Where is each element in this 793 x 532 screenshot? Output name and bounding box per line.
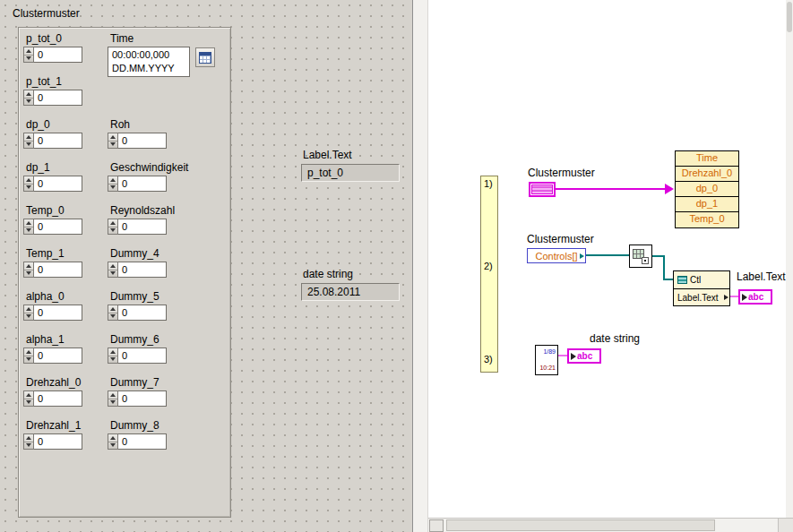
decrement-button[interactable] xyxy=(108,227,117,235)
decrement-button[interactable] xyxy=(108,442,117,450)
numeric-control[interactable]: 0 xyxy=(23,390,82,407)
decrement-button[interactable] xyxy=(24,442,33,450)
decrement-button[interactable] xyxy=(108,313,117,321)
increment-button[interactable] xyxy=(108,391,117,399)
spinner[interactable] xyxy=(23,176,34,192)
vertical-scrollbar-thumb[interactable] xyxy=(787,2,792,32)
increment-button[interactable] xyxy=(108,348,117,356)
numeric-value-field[interactable]: 0 xyxy=(34,176,82,192)
date-string-indicator-terminal[interactable]: abc xyxy=(567,348,601,364)
increment-button[interactable] xyxy=(24,90,33,98)
numeric-value-field[interactable]: 0 xyxy=(118,219,167,235)
numeric-value-field[interactable]: 0 xyxy=(118,176,167,192)
spinner[interactable] xyxy=(23,262,34,278)
property-node-property-row[interactable]: Label.Text xyxy=(674,288,729,305)
decrement-button[interactable] xyxy=(24,356,33,364)
numeric-control[interactable]: 0 xyxy=(108,305,167,321)
spinner[interactable] xyxy=(23,348,34,364)
numeric-value-field[interactable]: 0 xyxy=(34,133,82,149)
numeric-control[interactable]: 0 xyxy=(108,133,167,149)
numeric-value-field[interactable]: 0 xyxy=(118,348,167,364)
increment-button[interactable] xyxy=(24,133,33,141)
spinner[interactable] xyxy=(23,219,34,235)
decrement-button[interactable] xyxy=(24,313,33,321)
increment-button[interactable] xyxy=(24,305,33,313)
spinner[interactable] xyxy=(108,348,118,364)
spinner[interactable] xyxy=(23,133,34,149)
numeric-value-field[interactable]: 0 xyxy=(118,133,167,149)
unbundle-row[interactable]: Time xyxy=(676,151,738,167)
get-date-time-string-node[interactable]: 1/89 10:21 xyxy=(535,345,558,375)
reference-wire[interactable] xyxy=(663,279,673,280)
numeric-control[interactable]: 0 xyxy=(108,176,167,192)
string-wire[interactable] xyxy=(730,296,738,297)
numeric-control[interactable]: 0 xyxy=(23,219,82,235)
spinner[interactable] xyxy=(23,433,34,450)
spinner[interactable] xyxy=(108,176,118,192)
unbundle-by-name-node[interactable]: Time Drehzahl_0 dp_0 dp_1 Temp_0 xyxy=(675,150,739,228)
increment-button[interactable] xyxy=(108,133,117,141)
index-array-node[interactable] xyxy=(629,245,652,268)
numeric-value-field[interactable]: 0 xyxy=(34,262,82,278)
decrement-button[interactable] xyxy=(24,399,33,407)
numeric-value-field[interactable]: 0 xyxy=(34,390,82,407)
controls-property-node[interactable]: Controls[] xyxy=(527,248,586,263)
numeric-value-field[interactable]: 0 xyxy=(118,305,167,321)
numeric-value-field[interactable]: 0 xyxy=(34,433,82,450)
increment-button[interactable] xyxy=(24,391,33,399)
decrement-button[interactable] xyxy=(24,141,33,149)
front-panel-scrollbar[interactable] xyxy=(412,0,428,532)
calendar-button[interactable] xyxy=(195,47,215,67)
decrement-button[interactable] xyxy=(108,399,117,407)
decrement-button[interactable] xyxy=(24,55,33,63)
numeric-value-field[interactable]: 0 xyxy=(118,390,167,407)
label-text-indicator-terminal[interactable]: abc xyxy=(738,289,772,305)
increment-button[interactable] xyxy=(24,219,33,227)
decrement-button[interactable] xyxy=(24,270,33,278)
numeric-control[interactable]: 0 xyxy=(23,262,82,278)
string-wire[interactable] xyxy=(558,355,567,356)
numeric-control[interactable]: 0 xyxy=(23,133,82,149)
increment-button[interactable] xyxy=(108,305,117,313)
unbundle-row[interactable]: dp_0 xyxy=(676,182,738,197)
spinner[interactable] xyxy=(23,47,34,63)
numeric-control[interactable]: 0 xyxy=(108,433,167,450)
numeric-control[interactable]: 0 xyxy=(23,47,82,63)
decrement-button[interactable] xyxy=(108,270,117,278)
numeric-value-field[interactable]: 0 xyxy=(34,219,82,235)
cluster-control-terminal[interactable] xyxy=(529,182,556,197)
decrement-button[interactable] xyxy=(108,141,117,149)
numeric-value-field[interactable]: 0 xyxy=(34,305,82,321)
spinner[interactable] xyxy=(108,305,118,321)
numeric-value-field[interactable]: 0 xyxy=(34,47,82,63)
spinner[interactable] xyxy=(108,433,118,450)
decrement-button[interactable] xyxy=(24,184,33,192)
numeric-control[interactable]: 0 xyxy=(108,219,167,235)
increment-button[interactable] xyxy=(108,219,117,227)
spinner[interactable] xyxy=(23,90,34,106)
property-node[interactable]: Ctl Label.Text xyxy=(673,270,730,306)
spinner[interactable] xyxy=(23,390,34,407)
unbundle-row[interactable]: dp_1 xyxy=(676,197,738,212)
numeric-control[interactable]: 0 xyxy=(23,433,82,450)
timestamp-field[interactable]: 00:00:00,000 DD.MM.YYYY xyxy=(108,47,190,77)
unbundle-row[interactable]: Drehzahl_0 xyxy=(676,167,738,182)
cluster-wire[interactable] xyxy=(556,188,665,190)
increment-button[interactable] xyxy=(24,176,33,184)
decrement-button[interactable] xyxy=(108,356,117,364)
increment-button[interactable] xyxy=(108,434,117,442)
numeric-control[interactable]: 0 xyxy=(108,390,167,407)
scrollbar-left-box[interactable] xyxy=(429,519,444,532)
increment-button[interactable] xyxy=(108,176,117,184)
sequence-frame[interactable]: 1) 2) 3) xyxy=(480,176,498,373)
spinner[interactable] xyxy=(108,219,118,235)
vertical-scrollbar-track[interactable] xyxy=(786,0,793,518)
spinner[interactable] xyxy=(23,305,34,321)
numeric-control[interactable]: 0 xyxy=(108,262,167,278)
increment-button[interactable] xyxy=(108,262,117,270)
increment-button[interactable] xyxy=(24,434,33,442)
numeric-value-field[interactable]: 0 xyxy=(34,90,82,106)
horizontal-scrollbar-thumb[interactable] xyxy=(446,519,715,531)
numeric-control[interactable]: 0 xyxy=(23,176,82,192)
numeric-value-field[interactable]: 0 xyxy=(118,433,167,450)
